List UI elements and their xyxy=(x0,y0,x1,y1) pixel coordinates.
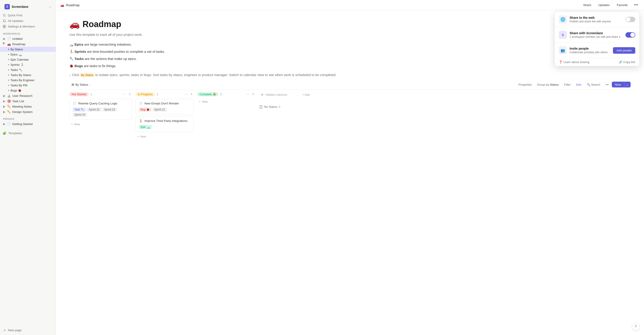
tag-epic: Epic 🏔️ xyxy=(139,125,152,129)
copy-link-button[interactable]: 🔗 Copy link xyxy=(619,60,635,64)
col-more-button[interactable]: ··· xyxy=(245,92,250,96)
subitem-tasks-by-engineer-label: Tasks By Engineer xyxy=(10,78,35,82)
subitem-by-status-label: By Status xyxy=(10,48,23,51)
share-web-toggle[interactable] xyxy=(626,17,635,22)
col-more-button[interactable]: ··· xyxy=(122,92,126,96)
more-options-button[interactable]: ••• xyxy=(632,2,640,8)
subtitle-arrow: ∨ xyxy=(619,35,621,38)
design-system-icon: ✏️ xyxy=(7,110,11,114)
arrow-instruction: ↓ Click By Status to isolate epics, spri… xyxy=(69,72,630,78)
sidebar-item-design-system[interactable]: ▶ ✏️ Design System xyxy=(0,109,56,114)
view-label: By Status xyxy=(75,83,88,86)
topbar-page-title: Roadmap xyxy=(66,3,80,7)
chevron-right-icon: ▶ xyxy=(3,110,6,114)
add-not-started-label: New xyxy=(74,122,80,126)
favorite-button[interactable]: Favorite xyxy=(614,2,630,8)
card-title-1: 📄 Rewrite Query Caching Logic xyxy=(73,102,128,105)
nav-all-updates-label: All Updates xyxy=(8,19,23,22)
sidebar-subitem-tasks[interactable]: Tasks 🔧 xyxy=(0,67,56,72)
sidebar-subitem-bugs[interactable]: Bugs 🐞 xyxy=(0,88,56,93)
sidebar-item-task-list[interactable]: ▶ 🎯 Task List xyxy=(0,98,56,104)
sidebar-item-untitled[interactable]: ▶ 📄 Untitled xyxy=(0,36,56,41)
page-title-text: Roadmap xyxy=(82,20,121,29)
kanban-col-not-started: Not Started 1 ··· + 📄 Rewrite Query Cach… xyxy=(69,92,132,139)
sidebar-item-user-research[interactable]: ▶ 🔬 User Research xyxy=(0,93,56,98)
chevron-right-icon: ▶ xyxy=(3,37,6,40)
sidebar-item-getting-started[interactable]: ▶ 📄 Getting Started xyxy=(0,121,56,126)
add-complete-button[interactable]: + New xyxy=(197,99,255,104)
col-more-button[interactable]: ··· xyxy=(183,92,188,96)
invite-people-title: Invite people xyxy=(570,47,610,50)
nav-quick-find-label: Quick Find xyxy=(8,14,22,17)
col-add-button[interactable]: + xyxy=(128,92,132,96)
add-in-progress-button[interactable]: + New xyxy=(136,134,194,139)
sidebar-item-roadmap[interactable]: ▶ 🚗 Roadmap xyxy=(0,41,56,47)
topbar-breadcrumb: 🚗 Roadmap xyxy=(60,3,80,7)
share-web-icon: 🌐 xyxy=(559,16,567,24)
share-popup-footer: ❓ Learn about sharing 🔗 Copy link xyxy=(555,58,639,66)
col-add-button[interactable]: + xyxy=(251,92,255,96)
help-button[interactable]: ? xyxy=(632,323,640,330)
plus-icon: + xyxy=(137,135,139,138)
brand-chevron: ⌄ xyxy=(49,5,51,8)
sidebar-subitem-epics[interactable]: Epics 🏔️ xyxy=(0,52,56,57)
sidebar-item-meeting-notes[interactable]: ▶ ✏️ Meeting Notes xyxy=(0,104,56,109)
share-screenlane-info: Share with Screenlane 1 workspace member… xyxy=(570,31,623,38)
workspace-section-label: WORKSPACE xyxy=(0,29,56,36)
share-screenlane-title: Share with Screenlane xyxy=(570,31,623,35)
sort-button[interactable]: Sort xyxy=(574,82,584,87)
share-screenlane-toggle[interactable] xyxy=(626,32,635,38)
new-record-button[interactable]: New ⌄ xyxy=(612,82,630,88)
no-status-col: 📋 No Status 0 xyxy=(259,97,312,108)
view-selector-button[interactable]: ⊞ By Status ⌄ xyxy=(69,82,94,87)
properties-button[interactable]: Properties xyxy=(516,82,534,87)
sidebar-subitem-tasks-by-pm[interactable]: Tasks By PM xyxy=(0,83,56,88)
in-progress-count: 2 xyxy=(156,92,158,96)
task-list-label: Task List xyxy=(12,100,24,103)
toggle-knob-on xyxy=(630,33,635,37)
learn-sharing-link[interactable]: ❓ Learn about sharing xyxy=(559,60,590,64)
database-toolbar: ⊞ By Status ⌄ Properties Group by Status… xyxy=(69,80,630,90)
page-description: Use this template to track all of your p… xyxy=(69,33,630,36)
search-button[interactable]: 🔍 Search xyxy=(584,82,603,87)
kanban-card-1[interactable]: 📄 Rewrite Query Caching Logic Task 🔧 Spr… xyxy=(69,99,132,120)
private-section-label: PRIVATE xyxy=(0,114,56,121)
updates-button[interactable]: Updates xyxy=(596,2,612,8)
add-hidden-col-button[interactable]: + Add xyxy=(301,92,311,97)
group-by-button[interactable]: Group by Status xyxy=(535,82,561,87)
kanban-card-2[interactable]: 📄 New Emojis Don't Render Bug 🐞 Sprint 2… xyxy=(136,99,194,114)
not-started-badge: Not Started xyxy=(69,92,88,96)
sidebar-item-settings[interactable]: Settings & Members xyxy=(0,24,56,29)
sidebar-item-all-updates[interactable]: All Updates xyxy=(0,18,56,24)
templates-item[interactable]: 🧩 Templates xyxy=(0,130,56,136)
sidebar-subitem-epic-calendar[interactable]: Epic Calendar xyxy=(0,57,56,62)
complete-count: 0 xyxy=(220,92,222,96)
meeting-notes-icon: ✏️ xyxy=(7,105,11,108)
subitem-sprints-label: Sprints 🏃 xyxy=(10,63,24,66)
sidebar-subitem-tasks-by-engineer[interactable]: Tasks By Engineer xyxy=(0,78,56,83)
new-page-button[interactable]: New page xyxy=(0,327,56,333)
add-people-button[interactable]: Add people xyxy=(613,47,635,54)
sidebar-subitem-sprints[interactable]: Sprints 🏃 xyxy=(0,62,56,67)
new-btn-arrow[interactable]: ⌄ xyxy=(624,82,630,88)
filter-button[interactable]: Filter xyxy=(562,82,573,87)
sidebar-item-quick-find[interactable]: Quick Find xyxy=(0,12,56,18)
no-status-icon: 📋 xyxy=(259,105,263,108)
sidebar-subitem-tasks-by-status[interactable]: Tasks By Status xyxy=(0,72,56,78)
sidebar-subitem-by-status[interactable]: By Status xyxy=(0,47,56,52)
copy-link-label: Copy link xyxy=(624,60,635,64)
chevron-right-icon: ▶ xyxy=(3,94,6,97)
col-add-button[interactable]: + xyxy=(190,92,194,96)
card-1-tags: Task 🔧 Sprint 22 Sprint 23 Sprint 24 xyxy=(73,108,128,117)
add-not-started-button[interactable]: + New xyxy=(69,122,132,127)
kanban-card-3[interactable]: 🏃 Improve Third Party Integrations Epic … xyxy=(136,116,194,132)
eye-slash-icon: 👁 xyxy=(261,93,264,96)
more-db-options-button[interactable]: ••• xyxy=(603,82,611,87)
subitem-tasks-label: Tasks 🔧 xyxy=(10,68,22,72)
share-button[interactable]: Share xyxy=(581,2,594,8)
topbar-page-icon: 🚗 xyxy=(60,3,64,7)
add-in-progress-label: New xyxy=(140,135,146,138)
kanban-board: Not Started 1 ··· + 📄 Rewrite Query Cach… xyxy=(69,92,630,143)
col-actions-complete: ··· + xyxy=(245,92,255,96)
brand-button[interactable]: S Screenlane ⌄ xyxy=(3,3,53,11)
